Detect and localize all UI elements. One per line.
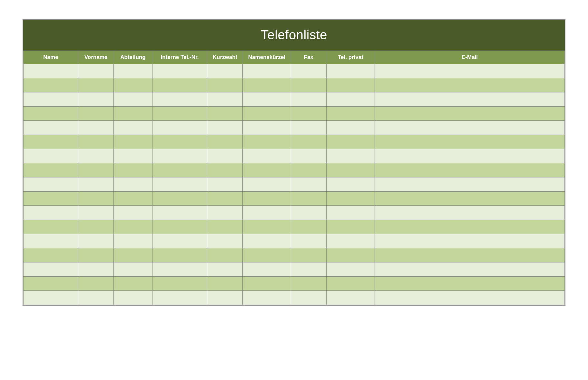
- table-row: [24, 248, 565, 262]
- table-cell: [291, 277, 327, 291]
- table-cell: [291, 291, 327, 305]
- table-cell: [291, 248, 327, 262]
- table-cell: [152, 262, 207, 277]
- table-row: [24, 192, 565, 206]
- table-cell: [114, 234, 152, 248]
- table-cell: [24, 121, 78, 135]
- table-cell: [375, 107, 565, 121]
- table-cell: [78, 64, 114, 78]
- table-cell: [152, 121, 207, 135]
- table-row: [24, 163, 565, 177]
- table-cell: [78, 135, 114, 149]
- table-cell: [327, 234, 375, 248]
- table-row: [24, 262, 565, 277]
- table-cell: [207, 291, 243, 305]
- table-cell: [243, 291, 291, 305]
- table-cell: [114, 206, 152, 220]
- col-header-name: Name: [24, 51, 78, 64]
- table-cell: [291, 121, 327, 135]
- table-cell: [78, 206, 114, 220]
- table-cell: [243, 149, 291, 163]
- table-cell: [152, 277, 207, 291]
- table-cell: [243, 206, 291, 220]
- table-cell: [243, 107, 291, 121]
- col-header-kurzwahl: Kurzwahl: [207, 51, 243, 64]
- table-cell: [207, 177, 243, 192]
- table-row: [24, 177, 565, 192]
- table-cell: [327, 277, 375, 291]
- table-cell: [291, 78, 327, 92]
- table-cell: [152, 291, 207, 305]
- table-cell: [207, 248, 243, 262]
- table-cell: [291, 107, 327, 121]
- table-cell: [114, 149, 152, 163]
- table-cell: [207, 206, 243, 220]
- table-row: [24, 277, 565, 291]
- table-cell: [375, 163, 565, 177]
- table-cell: [24, 163, 78, 177]
- table-cell: [24, 177, 78, 192]
- table-cell: [375, 64, 565, 78]
- table-cell: [327, 262, 375, 277]
- table-cell: [114, 177, 152, 192]
- table-cell: [207, 220, 243, 234]
- table-cell: [243, 234, 291, 248]
- table-row: [24, 149, 565, 163]
- table-cell: [78, 177, 114, 192]
- table-cell: [114, 135, 152, 149]
- table-cell: [114, 121, 152, 135]
- table-cell: [78, 107, 114, 121]
- table-cell: [375, 92, 565, 107]
- table-cell: [114, 92, 152, 107]
- phone-list-table-container: Telefonliste Name Vorname Abteilung Inte…: [23, 19, 565, 306]
- table-cell: [78, 262, 114, 277]
- table-cell: [375, 248, 565, 262]
- table-row: [24, 291, 565, 305]
- table-cell: [327, 135, 375, 149]
- col-header-vorname: Vorname: [78, 51, 114, 64]
- table-cell: [152, 234, 207, 248]
- col-header-email: E-Mail: [375, 51, 565, 64]
- table-cell: [375, 177, 565, 192]
- table-cell: [114, 78, 152, 92]
- table-cell: [375, 78, 565, 92]
- table-cell: [207, 234, 243, 248]
- table-cell: [327, 64, 375, 78]
- table-cell: [24, 135, 78, 149]
- table-cell: [114, 262, 152, 277]
- table-row: [24, 206, 565, 220]
- table-cell: [327, 92, 375, 107]
- table-cell: [78, 220, 114, 234]
- table-cell: [327, 192, 375, 206]
- table-cell: [291, 149, 327, 163]
- table-cell: [152, 192, 207, 206]
- table-cell: [78, 234, 114, 248]
- table-cell: [24, 234, 78, 248]
- table-cell: [78, 121, 114, 135]
- table-cell: [24, 262, 78, 277]
- table-cell: [375, 192, 565, 206]
- table-cell: [327, 220, 375, 234]
- table-cell: [207, 92, 243, 107]
- table-cell: [24, 92, 78, 107]
- table-cell: [152, 163, 207, 177]
- table-cell: [78, 78, 114, 92]
- table-cell: [114, 163, 152, 177]
- table-cell: [78, 163, 114, 177]
- table-row: [24, 92, 565, 107]
- table-cell: [291, 262, 327, 277]
- table-cell: [24, 291, 78, 305]
- table-cell: [243, 220, 291, 234]
- phone-list-table: Name Vorname Abteilung Interne Tel.-Nr. …: [23, 51, 565, 305]
- table-row: [24, 135, 565, 149]
- table-cell: [24, 206, 78, 220]
- table-cell: [207, 262, 243, 277]
- table-cell: [375, 135, 565, 149]
- table-cell: [327, 291, 375, 305]
- table-cell: [243, 262, 291, 277]
- table-cell: [243, 277, 291, 291]
- table-row: [24, 220, 565, 234]
- table-cell: [152, 107, 207, 121]
- table-title: Telefonliste: [23, 20, 565, 51]
- table-cell: [243, 177, 291, 192]
